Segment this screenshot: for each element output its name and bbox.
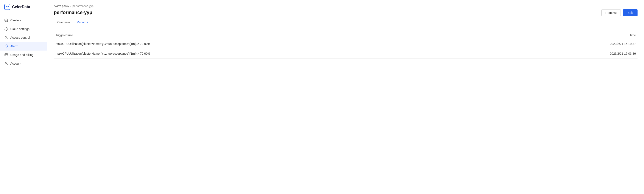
svg-point-2 <box>5 37 7 38</box>
time-cell: 2023/2/21 15:03:36 <box>503 49 638 59</box>
breadcrumb-current: performance-yyp <box>72 4 94 8</box>
remove-button[interactable]: Remove <box>601 9 621 16</box>
key-icon <box>4 36 8 40</box>
tab-records[interactable]: Records <box>73 19 91 26</box>
svg-rect-0 <box>4 4 10 10</box>
sidebar-item-usage-billing-label: Usage and billing <box>10 53 34 57</box>
nav-list: Clusters Cloud settings Access control <box>0 14 47 70</box>
time-cell: 2023/2/21 15:19:37 <box>503 39 638 49</box>
main-content: Alarm policy / performance-yyp performan… <box>48 0 644 194</box>
sidebar-item-account-label: Account <box>10 62 21 65</box>
database-icon <box>4 18 8 22</box>
title-actions-row: performance-yyp Remove Edit <box>54 9 638 19</box>
sidebar-item-access-control-label: Access control <box>10 36 30 39</box>
records-table: Triggered rule Time max(CPUUtilization{c… <box>54 31 638 59</box>
tab-overview[interactable]: Overview <box>54 19 73 26</box>
bell-icon <box>4 44 8 48</box>
logo: CelerData <box>0 0 47 14</box>
sidebar-item-alarm[interactable]: Alarm <box>0 42 47 51</box>
logo-text: CelerData <box>12 5 30 9</box>
edit-button[interactable]: Edit <box>623 9 638 16</box>
logo-icon <box>4 4 10 10</box>
col-header-triggered-rule: Triggered rule <box>54 31 503 39</box>
tabs: Overview Records <box>54 19 638 26</box>
header-area: Alarm policy / performance-yyp performan… <box>48 0 644 26</box>
breadcrumb: Alarm policy / performance-yyp <box>54 4 638 8</box>
svg-point-4 <box>6 62 7 64</box>
col-header-time: Time <box>503 31 638 39</box>
user-icon <box>4 62 8 65</box>
sidebar-item-alarm-label: Alarm <box>10 45 18 48</box>
sidebar-item-clusters[interactable]: Clusters <box>0 16 47 25</box>
sidebar-item-cloud-settings-label: Cloud settings <box>10 27 30 31</box>
action-buttons: Remove Edit <box>601 9 638 19</box>
breadcrumb-separator: / <box>70 4 71 8</box>
page-title: performance-yyp <box>54 10 92 15</box>
svg-rect-3 <box>5 54 8 56</box>
sidebar-item-usage-billing[interactable]: Usage and billing <box>0 51 47 59</box>
sidebar-item-account[interactable]: Account <box>0 59 47 68</box>
triggered-rule-cell: max(CPUUtilization{clusterName='yuzhuo-a… <box>54 39 503 49</box>
svg-point-1 <box>5 19 8 20</box>
triggered-rule-cell: max(CPUUtilization{clusterName='yuzhuo-a… <box>54 49 503 59</box>
cloud-icon <box>4 27 8 31</box>
sidebar-item-access-control[interactable]: Access control <box>0 33 47 42</box>
sidebar-item-cloud-settings[interactable]: Cloud settings <box>0 25 47 33</box>
breadcrumb-parent[interactable]: Alarm policy <box>54 4 69 8</box>
sidebar-item-clusters-label: Clusters <box>10 19 21 22</box>
table-row: max(CPUUtilization{clusterName='yuzhuo-a… <box>54 39 638 49</box>
table-row: max(CPUUtilization{clusterName='yuzhuo-a… <box>54 49 638 59</box>
content-area: Triggered rule Time max(CPUUtilization{c… <box>48 26 644 194</box>
billing-icon <box>4 53 8 57</box>
sidebar: CelerData Clusters Cloud settings <box>0 0 48 194</box>
